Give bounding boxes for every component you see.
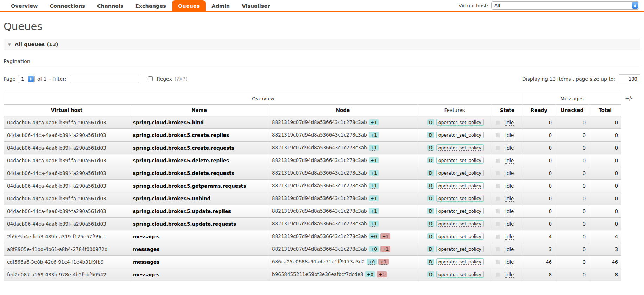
queue-name-link[interactable]: spring.cloud.broker.5.unbind [133,196,210,201]
features-cell: Doperator_set_policy [417,205,492,218]
state-indicator-icon [496,121,500,125]
node-teal-badge: +1 [369,157,379,163]
name-cell: messages [130,256,269,268]
node-teal-badge: +1 [369,183,379,189]
queue-name-link[interactable]: messages [133,246,159,252]
tab-channels[interactable]: Channels [91,0,130,11]
badge-label: D [429,158,433,163]
badge-label: +1 [371,183,377,189]
state-label: idle [505,158,514,164]
queue-name-link[interactable]: spring.cloud.broker.5.delete.replies [133,158,229,163]
features-cell: Doperator_set_policy [417,129,492,142]
state-text: idle [505,234,514,240]
vhost-cell: cdf566a6-3e8b-42c6-91c4-f1e4b31f9fb9 [4,256,130,268]
queue-name-link[interactable]: messages [133,259,159,265]
queue-name-link[interactable]: spring.cloud.broker.5.getparams.requests [133,183,246,189]
state-label: idle [505,272,514,278]
tab-queues[interactable]: Queues [172,0,206,11]
name-cell: spring.cloud.broker.5.bind [130,116,269,129]
queue-name-link[interactable]: messages [133,272,159,277]
queue-name-link[interactable]: spring.cloud.broker.5.create.replies [133,132,229,138]
ready-cell: 4 [523,230,555,243]
queue-name-link[interactable]: spring.cloud.broker.5.update.requests [133,221,236,227]
badge-label: +0 [371,246,377,252]
badge-label: +1 [371,132,377,138]
node-teal-badge: +0 [369,246,379,252]
select-stepper-icon [28,76,34,82]
column-header-row: Virtual host Name Node Features State Re… [4,105,621,116]
state-cell: idle [492,154,523,167]
table-row: cdf566a6-3e8b-42c6-91c4-f1e4b31f9fb9mess… [4,256,621,268]
page-label: Page [4,76,15,82]
state-label: idle [505,246,514,252]
tab-exchanges[interactable]: Exchanges [130,0,172,11]
column-toggle-control[interactable]: +/- [625,95,633,101]
durable-badge: D [427,195,434,201]
col-header-name[interactable]: Name [130,105,269,116]
queue-name-link[interactable]: spring.cloud.broker.5.create.requests [133,145,234,151]
tab-overview[interactable]: Overview [5,0,44,11]
state-label: idle [505,120,514,126]
table-row: 04dacb06-44ca-4aa6-b39f-fa290a561d03spri… [4,218,621,230]
features-cell: Doperator_set_policy [417,218,492,230]
state-indicator-icon [496,184,500,188]
col-header-node[interactable]: Node [269,105,417,116]
vhost-cell: 04dacb06-44ca-4aa6-b39f-fa290a561d03 [4,142,130,154]
name-cell: spring.cloud.broker.5.getparams.requests [130,180,269,192]
tab-admin[interactable]: Admin [206,0,236,11]
total-cell: 8 [589,268,621,281]
all-queues-section-header[interactable]: All queues (13) [4,39,640,50]
state-label: idle [505,170,514,176]
total-cell: 0 [589,116,621,129]
tab-connections[interactable]: Connections [44,0,91,11]
node-pink-badge: +1 [380,246,390,252]
unacked-cell: 0 [555,116,589,129]
filter-input[interactable] [70,75,139,83]
queue-name-link[interactable]: messages [133,234,159,239]
operator-policy-badge: operator_set_policy [436,132,484,138]
state-indicator-icon [496,171,500,175]
node-cell: 8821319c07d94d8a536643c1c278c3ab+1 [269,167,417,180]
col-header-virtual-host[interactable]: Virtual host [4,105,130,116]
queue-name-link[interactable]: spring.cloud.broker.5.update.replies [133,208,231,214]
unacked-cell: 0 [555,129,589,142]
col-header-ready[interactable]: Ready [523,105,555,116]
features-cell: Doperator_set_policy [417,230,492,243]
top-navbar: Overview Connections Channels Exchanges … [0,0,644,12]
state-indicator-icon [496,260,500,264]
state-indicator-icon [496,222,500,226]
total-cell: 0 [589,205,621,218]
unacked-cell: 0 [555,154,589,167]
state-cell: idle [492,180,523,192]
badge-label: operator_set_policy [438,158,481,163]
table-row: 04dacb06-44ca-4aa6-b39f-fa290a561d03spri… [4,142,621,154]
page-select[interactable]: 1 [18,75,35,83]
virtual-host-area: Virtual host: All [459,1,639,11]
col-header-state[interactable]: State [492,105,523,116]
operator-policy-badge: operator_set_policy [436,233,484,240]
regex-checkbox[interactable] [148,76,153,81]
badge-label: +1 [379,272,385,277]
col-header-total[interactable]: Total [589,105,621,116]
queue-name-link[interactable]: spring.cloud.broker.5.delete.requests [133,170,234,176]
col-header-unacked[interactable]: Unacked [555,105,589,116]
page-size-input[interactable] [619,74,640,83]
badge-label: +1 [371,120,377,125]
operator-policy-badge: operator_set_policy [436,271,484,278]
ready-cell: 46 [523,256,555,268]
queue-name-link[interactable]: spring.cloud.broker.5.bind [133,120,204,125]
unacked-cell: 0 [555,256,589,268]
ready-cell: 0 [523,192,555,205]
queues-table-body: 04dacb06-44ca-4aa6-b39f-fa290a561d03spri… [4,116,621,281]
badge-label: +1 [380,259,386,265]
badge-label: D [429,183,433,189]
tab-visualiser[interactable]: Visualiser [236,0,276,11]
features-cell: Doperator_set_policy [417,154,492,167]
table-row: 04dacb06-44ca-4aa6-b39f-fa290a561d03spri… [4,129,621,142]
badge-label: +1 [371,145,377,151]
regex-help-links[interactable]: (?)(?) [175,76,188,82]
virtual-host-select[interactable]: All [491,1,639,10]
node-teal-badge: +1 [369,195,379,201]
node-hash: 8821319c07d94d8a536643c1c278c3ab [272,246,367,252]
state-cell: idle [492,230,523,243]
